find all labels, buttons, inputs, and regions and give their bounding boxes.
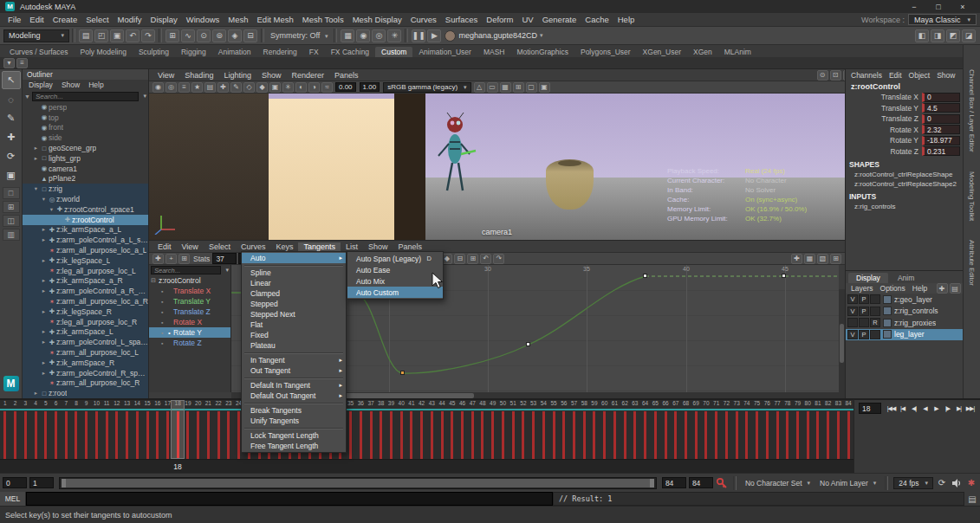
menu-set-selector[interactable]: Modeling ▾	[3, 29, 69, 42]
channel-item[interactable]: ▪ Translate X	[149, 286, 230, 296]
outliner-item[interactable]: ▸ □ geoScene_grp	[23, 143, 148, 153]
shelf-tab[interactable]: Sculpting	[133, 47, 175, 57]
snap-curve-icon[interactable]: ∿	[181, 29, 195, 42]
character-set-selector[interactable]: No Character Set ▾	[742, 479, 814, 487]
open-render-view-icon[interactable]: ▦	[341, 29, 354, 42]
layer-display-type-toggle[interactable]	[870, 307, 880, 316]
channel-label[interactable]: Translate Y	[848, 104, 922, 113]
graph-editor-menu-item[interactable]: List	[341, 242, 363, 251]
current-time-field[interactable]: 18	[859, 403, 881, 414]
2d-pan-zoom-icon[interactable]: ✚	[217, 82, 229, 93]
graph-tree-root[interactable]: ⊟ z:rootControl	[149, 275, 230, 286]
layer-playback-toggle[interactable]: P	[859, 330, 869, 339]
move-nearest-key-icon[interactable]: ✚	[153, 254, 164, 264]
channel-value-field[interactable]: 2.32	[922, 125, 960, 134]
outliner-item[interactable]: ✶ z:arm_all_purpose_loc_a_L	[23, 245, 148, 255]
new-scene-icon[interactable]: ▤	[79, 29, 93, 42]
menu-item[interactable]: Default In Tangent	[242, 380, 346, 391]
expander-icon[interactable]: ⊟	[151, 277, 156, 284]
shelf-tab[interactable]: Polygons_User	[574, 47, 637, 57]
lasso-tool-icon[interactable]: ◌	[2, 90, 21, 108]
menu-item[interactable]: Flat	[242, 320, 346, 330]
layer-editor-tab[interactable]: Anim	[890, 273, 922, 283]
graph-editor-menu-item[interactable]: Curves	[236, 242, 271, 251]
motion-blur-icon[interactable]: ≈	[321, 82, 333, 93]
viewport-menu-item[interactable]: Panels	[329, 71, 364, 80]
move-tool-icon[interactable]: ✚	[2, 128, 21, 146]
menu-item[interactable]: Default Out Tangent	[242, 391, 346, 401]
symmetry-selector[interactable]: Symmetry: Off ▾	[270, 31, 328, 40]
graph-editor-menu-item[interactable]: Show	[363, 242, 393, 251]
layout-outliner-persp-icon[interactable]: ▥	[3, 229, 20, 241]
channel-item[interactable]: ▪ Rotate Z	[149, 338, 230, 348]
outliner-item[interactable]: ▸ ✚ z:arm_poleControl_L_space1	[23, 337, 148, 347]
textured-display-icon[interactable]: ▣	[269, 82, 281, 93]
menu-item[interactable]: Unify Tangents	[242, 416, 346, 426]
channel-value-field[interactable]: 0.231	[922, 146, 960, 156]
anim-layer-selector[interactable]: No Anim Layer ▾	[816, 479, 879, 487]
channel-label[interactable]: Translate X	[848, 93, 922, 101]
box-side-geometry[interactable]	[394, 94, 425, 240]
channel-label[interactable]: Rotate Y	[848, 136, 922, 145]
main-menu-item[interactable]: Edit Mesh	[253, 15, 298, 24]
viewport-menu-item[interactable]: Shading	[179, 71, 218, 80]
lattice-deform-keys-icon[interactable]: ⊞	[178, 254, 190, 264]
outliner-item[interactable]: ▸ ✚ z:ik_legSpace_R	[23, 307, 148, 317]
stacked-curves-icon[interactable]: ▦	[804, 254, 815, 264]
curve-keyframe[interactable]	[643, 274, 647, 278]
grease-pencil-icon[interactable]: ✎	[230, 82, 242, 93]
channel-box-menu-item[interactable]: Object	[905, 71, 934, 80]
z:geo_layer[interactable]: V P z:geo_layer	[846, 294, 963, 306]
main-menu-item[interactable]: Select	[81, 15, 113, 24]
shelf-tab[interactable]: Animation_User	[412, 47, 477, 57]
outliner-menu-item[interactable]: Show	[57, 81, 84, 89]
channel-label[interactable]: Rotate X	[848, 126, 922, 134]
main-menu-item[interactable]: Display	[146, 15, 182, 24]
expander-icon[interactable]: ▸	[40, 308, 48, 315]
snap-grid-icon[interactable]: ⊞	[165, 29, 179, 42]
viewport-menu-item[interactable]: Lighting	[218, 71, 256, 80]
outliner-item[interactable]: ▾ ◎ z:world	[23, 194, 148, 204]
shelf-tab[interactable]: MLAnim	[718, 47, 757, 57]
selected-node-name[interactable]: z:rootControl	[846, 81, 963, 92]
layer-color-swatch[interactable]	[883, 330, 892, 339]
exposure-field[interactable]: 0.00	[335, 82, 356, 92]
menu-item[interactable]: Stepped Next	[242, 309, 346, 320]
layer-display-type-toggle[interactable]: R	[870, 318, 880, 327]
fps-selector[interactable]: 24 fps ▾	[893, 477, 933, 489]
shelf-tab[interactable]: Custom	[375, 47, 412, 57]
open-scene-icon[interactable]: ◰	[94, 29, 108, 42]
expander-icon[interactable]: ▸	[40, 226, 48, 233]
submenu-item[interactable]: Auto Custom	[347, 287, 443, 298]
graph-editor-menu-item[interactable]: Tangents	[298, 242, 341, 251]
playback-loop-icon[interactable]: ⟳	[936, 477, 948, 489]
go-to-start-button[interactable]: |◀◀	[886, 403, 897, 414]
mute-audio-icon[interactable]	[951, 477, 963, 489]
z:rig_controls[interactable]: V P z:rig_controls	[846, 306, 963, 318]
toggle-outliner-icon[interactable]: ◪	[962, 29, 976, 42]
outliner-item[interactable]: ✶ z:arm_all_purpose_loc_R	[23, 378, 148, 389]
bookmarks-icon[interactable]: ★	[191, 82, 203, 93]
normalized-view-icon[interactable]: ▧	[817, 254, 828, 264]
expander-icon[interactable]: ▸	[32, 390, 40, 397]
command-language-button[interactable]: MEL	[0, 492, 26, 506]
lock-camera-icon[interactable]: ◎	[165, 82, 177, 93]
field-chart-icon[interactable]: ⊞	[513, 82, 524, 93]
viewport-menu-item[interactable]: Renderer	[286, 71, 329, 80]
toggle-channel-box-icon[interactable]: ◩	[946, 29, 960, 42]
shelf-tab[interactable]: Rendering	[257, 47, 303, 57]
outliner-item[interactable]: ▲ pPlane2	[23, 174, 148, 184]
submenu-item[interactable]: Auto Mix	[347, 275, 443, 287]
leg_layer[interactable]: V P leg_layer	[846, 329, 963, 341]
viewport-menu-item[interactable]: View	[153, 71, 179, 80]
outliner-item[interactable]: ✶ z:leg_all_purpose_loc_R	[23, 317, 148, 327]
menu-item[interactable]: Free Tangent Length	[242, 441, 346, 451]
render-settings-icon[interactable]: ✳	[387, 29, 401, 42]
outliner-item[interactable]: ▸ ✚ z:ik_armSpace_R	[23, 358, 148, 368]
graph-editor-menu-item[interactable]: Panels	[393, 242, 427, 251]
render-current-frame-icon[interactable]: ◉	[356, 29, 370, 42]
expander-icon[interactable]: ▸	[40, 236, 48, 243]
expander-icon[interactable]: ▸	[40, 277, 48, 284]
outliner-item[interactable]: ▸ □ z:root	[23, 388, 148, 398]
channel-value-field[interactable]: 4.5	[922, 103, 960, 113]
